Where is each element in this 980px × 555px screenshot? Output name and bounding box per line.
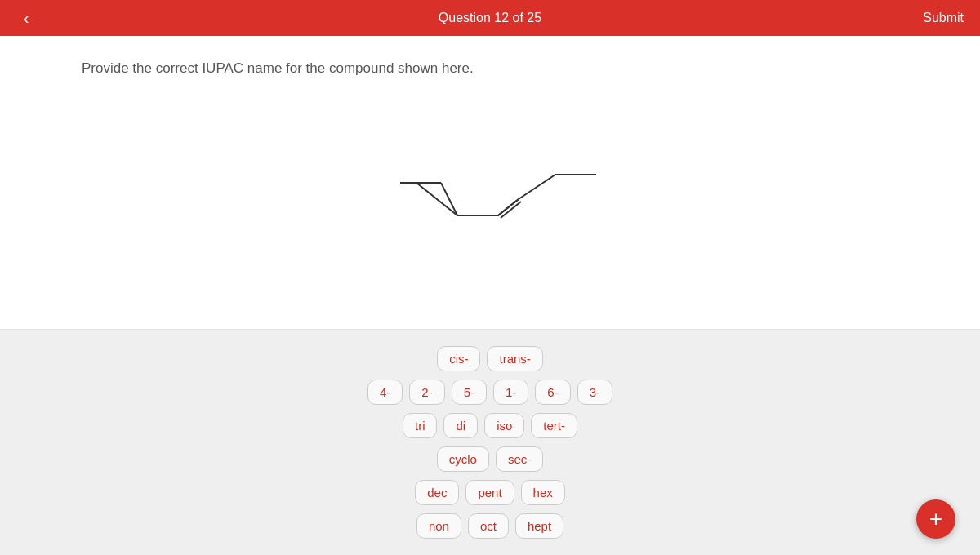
- answer-area: cis- trans- 4- 2- 5- 1- 6- 3- tri di iso…: [0, 330, 980, 555]
- token-sec[interactable]: sec-: [496, 446, 543, 472]
- token-row-5: dec pent hex: [415, 480, 565, 505]
- molecule-diagram: [82, 101, 898, 313]
- token-6[interactable]: 6-: [535, 380, 570, 405]
- token-row-1: cis- trans-: [437, 346, 543, 371]
- token-cyclo[interactable]: cyclo: [437, 446, 489, 472]
- question-text: Provide the correct IUPAC name for the c…: [82, 60, 474, 77]
- token-5[interactable]: 5-: [452, 380, 487, 405]
- token-hex[interactable]: hex: [521, 480, 565, 505]
- add-button[interactable]: +: [916, 500, 956, 539]
- token-tert[interactable]: tert-: [531, 413, 577, 438]
- header: ‹ Question 12 of 25 Submit: [0, 0, 980, 36]
- token-2[interactable]: 2-: [409, 380, 444, 405]
- token-3[interactable]: 3-: [577, 380, 612, 405]
- token-row-4: cyclo sec-: [437, 446, 544, 472]
- token-1[interactable]: 1-: [493, 380, 528, 405]
- token-hept[interactable]: hept: [515, 513, 564, 539]
- question-progress: Question 12 of 25: [439, 11, 541, 25]
- token-iso[interactable]: iso: [484, 413, 524, 438]
- back-button[interactable]: ‹: [13, 5, 39, 31]
- molecule-svg: [376, 158, 604, 256]
- token-tri[interactable]: tri: [403, 413, 438, 438]
- svg-line-1: [501, 202, 521, 218]
- token-dec[interactable]: dec: [415, 480, 459, 505]
- token-pent[interactable]: pent: [466, 480, 514, 505]
- token-non[interactable]: non: [416, 513, 461, 539]
- svg-line-0: [498, 199, 519, 215]
- token-row-2: 4- 2- 5- 1- 6- 3-: [368, 380, 612, 405]
- svg-line-3: [441, 183, 457, 215]
- token-oct[interactable]: oct: [468, 513, 509, 539]
- token-4[interactable]: 4-: [368, 380, 403, 405]
- token-di[interactable]: di: [443, 413, 478, 438]
- question-area: Provide the correct IUPAC name for the c…: [0, 36, 980, 330]
- submit-button[interactable]: Submit: [923, 11, 964, 25]
- token-row-6: non oct hept: [416, 513, 564, 539]
- token-trans[interactable]: trans-: [487, 346, 542, 371]
- token-cis[interactable]: cis-: [437, 346, 480, 371]
- token-row-3: tri di iso tert-: [403, 413, 577, 438]
